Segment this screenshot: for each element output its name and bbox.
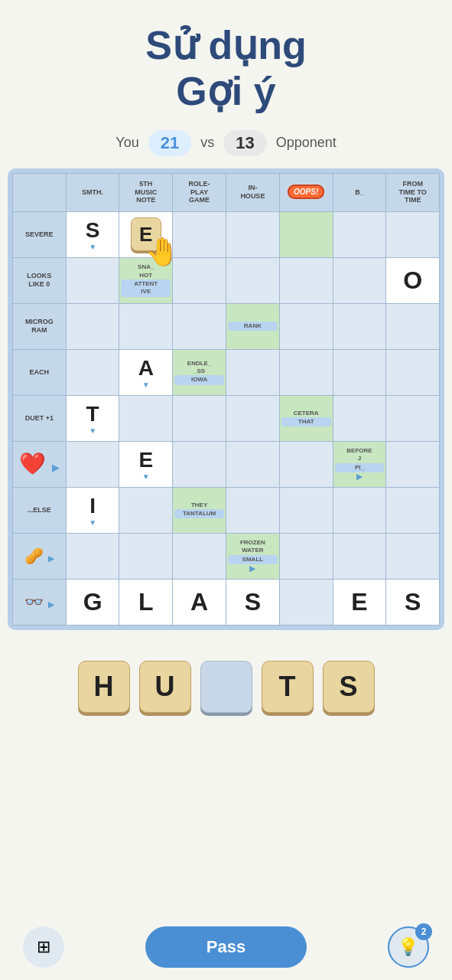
col-header-4: IN-HOUSE [226,173,280,211]
opponent-label: Opponent [276,135,337,151]
hand-cursor-icon: 🤚 [145,236,180,268]
cell-severe-oops [279,211,333,257]
cell-glasses-music: L [119,579,173,625]
row-header-else: ...ELSE [13,487,67,533]
game-board: SMTH. 5THMUSICNOTE ROLE-PLAYGAME IN-HOUS… [8,168,444,630]
you-score: 21 [148,130,191,156]
cell-nut-oops [279,533,333,579]
oops-badge: OOPS! [288,185,324,199]
rack-tile-s[interactable]: S [323,661,375,713]
cell-duet-inhouse [226,395,280,441]
you-label: You [115,135,138,151]
cell-each-inhouse [226,349,280,395]
board-row-nut: 🥜 ▶ FROZENWATER SMALL ▶ [13,533,440,579]
cell-glasses-fromtime: S [386,579,440,625]
board-row-else: ...ELSE I ▼ THEY TANTALUM [13,487,440,533]
col-header-3: ROLE-PLAYGAME [173,173,226,211]
cell-severe-fromtime [386,211,440,257]
cell-heart-inhouse [226,441,280,487]
cell-mcg-inhouse: RANK [226,303,280,349]
cell-ll0-b [333,257,386,303]
col-header-6: B_ [333,173,386,211]
cell-duet-rpg [173,395,226,441]
cell-duet-b [333,395,386,441]
cell-else-inhouse [226,487,280,533]
cell-else-oops [279,487,333,533]
board-row-duet: DUET +1 T ▼ CETERA THAT [13,395,440,441]
cell-each-smth [66,349,119,395]
grid-button[interactable]: ⊞ [23,926,64,968]
cell-else-rpg: THEY TANTALUM [173,487,226,533]
cell-glasses-oops [279,579,333,625]
cell-duet-smth: T ▼ [66,395,119,441]
cell-duet-fromtime [386,395,440,441]
cell-mcg-rpg [173,303,226,349]
board-row-glasses: 👓 ▶ G L A S E S [13,579,440,625]
score-section: You 21 vs 13 Opponent [115,130,336,156]
rack-tile-t[interactable]: T [262,661,314,713]
cell-severe-inhouse [226,211,280,257]
cell-duet-oops: CETERA THAT [279,395,333,441]
cell-ll0-inhouse [226,257,280,303]
cell-heart-smth [66,441,119,487]
rack-tile-h[interactable]: H [78,661,130,713]
cell-mcg-fromtime [386,303,440,349]
vs-label: vs [200,135,214,151]
title-line1: Sử dụng Gợi ý [145,23,306,115]
cell-nut-fromtime [386,533,440,579]
cell-else-fromtime [386,487,440,533]
cell-nut-inhouse: FROZENWATER SMALL ▶ [226,533,280,579]
cell-severe-music: E 🤚 [119,211,173,257]
cell-each-oops [279,349,333,395]
cell-nut-rpg [173,533,226,579]
col-header-1: SMTH. [66,173,119,211]
cell-severe-rpg [173,211,226,257]
cell-glasses-rpg: A [173,579,226,625]
cell-glasses-inhouse: S [226,579,280,625]
cell-else-smth: I ▼ [66,487,119,533]
title-section: Sử dụng Gợi ý [145,23,306,115]
cell-mcg-music [119,303,173,349]
row-header-heart: ❤️ ▶ [13,441,67,487]
letter-rack: H U T S [78,648,375,725]
row-header-microgram: MICROGRAM [13,303,67,349]
col-header-5: OOPS! [279,173,333,211]
cell-glasses-b: E [333,579,386,625]
cell-mcg-oops [279,303,333,349]
cell-each-fromtime [386,349,440,395]
board-row-looklike0: LOOKSLIKE 0 SNA_HOT ATTENTIVE O [13,257,440,303]
cell-severe-b [333,211,386,257]
opponent-score: 13 [223,130,266,156]
cell-else-music [119,487,173,533]
cell-mcg-b [333,303,386,349]
cell-heart-b: BEFOREJ PI_ ▶ [333,441,386,487]
rack-tile-u[interactable]: U [139,661,191,713]
row-header-glasses: 👓 ▶ [13,579,67,625]
hint-button-wrapper: 💡 2 [388,926,429,968]
cell-mcg-smth [66,303,119,349]
cell-ll0-oops [279,257,333,303]
cell-each-rpg: ENDLE__SS IOWA [173,349,226,395]
cell-severe-smth: S ▼ [66,211,119,257]
row-header-looklike0: LOOKSLIKE 0 [13,257,67,303]
row-header-severe: SEVERE [13,211,67,257]
hint-icon: 💡 [398,937,418,957]
board-row-heart: ❤️ ▶ E ▼ BEFOREJ PI_ ▶ [13,441,440,487]
cell-glasses-smth: G [66,579,119,625]
col-header-2: 5THMUSICNOTE [119,173,173,211]
row-header-nut: 🥜 ▶ [13,533,67,579]
cell-heart-oops [279,441,333,487]
cell-each-music: A ▼ [119,349,173,395]
row-header-each: EACH [13,349,67,395]
pass-button[interactable]: Pass [145,926,307,968]
board-row-severe: SEVERE S ▼ E 🤚 [13,211,440,257]
cell-heart-fromtime [386,441,440,487]
cell-nut-music [119,533,173,579]
header-row: SMTH. 5THMUSICNOTE ROLE-PLAYGAME IN-HOUS… [13,173,440,211]
rack-tile-empty [200,661,252,713]
cell-ll0-smth [66,257,119,303]
cell-else-b [333,487,386,533]
board-table: SMTH. 5THMUSICNOTE ROLE-PLAYGAME IN-HOUS… [12,173,440,626]
cell-nut-smth [66,533,119,579]
cell-ll0-rpg [173,257,226,303]
